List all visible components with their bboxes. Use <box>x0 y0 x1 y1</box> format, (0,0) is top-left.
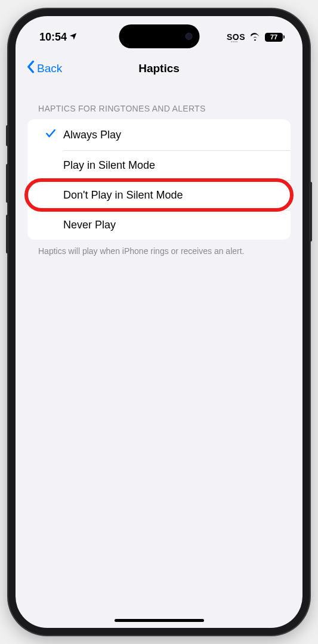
wifi-icon <box>249 32 261 43</box>
option-label: Never Play <box>63 219 116 231</box>
nav-bar: Back Haptics <box>16 52 302 86</box>
time-label: 10:54 <box>39 31 67 44</box>
option-play-silent[interactable]: Play in Silent Mode <box>27 150 291 180</box>
option-dont-play-silent[interactable]: Don't Play in Silent Mode <box>27 180 291 210</box>
option-always-play[interactable]: Always Play <box>27 119 291 150</box>
content: HAPTICS FOR RINGTONES AND ALERTS Always … <box>16 86 302 264</box>
phone-frame: 10:54 SOS <box>8 9 310 635</box>
options-list: Always Play Play in Silent Mode Don't Pl… <box>27 119 291 240</box>
battery-icon: 77 <box>265 33 285 42</box>
option-label: Don't Play in Silent Mode <box>63 189 183 202</box>
back-label: Back <box>37 62 62 75</box>
power-button <box>309 182 312 242</box>
option-label: Play in Silent Mode <box>63 159 155 172</box>
status-right: SOS 77 <box>227 32 285 43</box>
checkmark-icon <box>45 128 57 142</box>
section-header: HAPTICS FOR RINGTONES AND ALERTS <box>27 98 291 119</box>
volume-down-button <box>6 215 9 253</box>
battery-level: 77 <box>270 33 277 41</box>
option-never-play[interactable]: Never Play <box>27 210 291 240</box>
chevron-left-icon <box>26 60 35 76</box>
section-footer: Haptics will play when iPhone rings or r… <box>27 240 291 264</box>
back-button[interactable]: Back <box>26 60 62 76</box>
option-label: Always Play <box>63 129 121 141</box>
location-icon <box>69 31 78 44</box>
dynamic-island <box>119 24 199 48</box>
volume-up-button <box>6 164 9 203</box>
camera-dot <box>185 33 192 40</box>
page-title: Haptics <box>138 62 180 75</box>
screen: 10:54 SOS <box>16 16 302 628</box>
sos-label: SOS <box>227 32 245 42</box>
side-button <box>6 125 9 146</box>
status-left: 10:54 <box>39 31 78 44</box>
home-indicator[interactable] <box>115 619 204 622</box>
